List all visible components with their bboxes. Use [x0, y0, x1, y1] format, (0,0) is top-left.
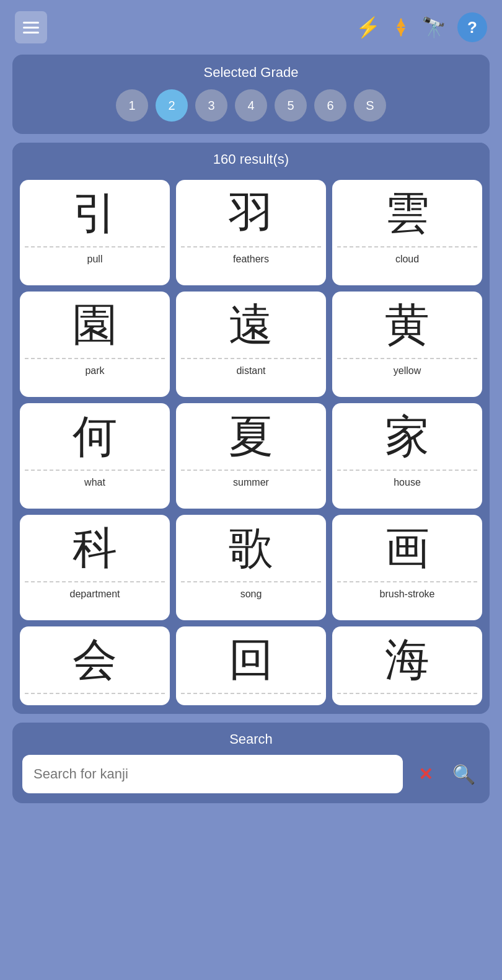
card-divider	[181, 693, 321, 694]
card-divider	[181, 581, 321, 582]
kanji-card-pull[interactable]: 引 pull	[20, 180, 170, 285]
kanji-char: 会	[73, 635, 117, 684]
kanji-meaning: distant	[236, 363, 265, 376]
card-divider	[25, 358, 165, 359]
grade-section: Selected Grade 1 2 3 4 5 6 S	[12, 55, 490, 134]
card-divider	[25, 470, 165, 471]
kanji-char: 家	[385, 412, 429, 461]
kanji-char: 科	[73, 523, 117, 572]
kanji-card-department[interactable]: 科 department	[20, 515, 170, 620]
card-divider	[337, 693, 477, 694]
search-input[interactable]	[22, 755, 403, 793]
kanji-char: 引	[73, 189, 117, 238]
card-divider	[337, 581, 477, 582]
kanji-card-house[interactable]: 家 house	[332, 403, 482, 509]
kanji-char: 歌	[229, 523, 273, 572]
kanji-char: 遠	[229, 300, 273, 349]
kanji-card-park[interactable]: 園 park	[20, 292, 170, 397]
card-divider	[181, 358, 321, 359]
bolt-icon: ⚡	[356, 16, 381, 39]
kanji-char: 回	[229, 635, 273, 684]
grade-button-1[interactable]: 1	[116, 89, 148, 122]
card-divider	[181, 470, 321, 471]
kanji-meaning: park	[85, 363, 104, 376]
kanji-card-sea[interactable]: 海	[332, 626, 482, 705]
kanji-card-song[interactable]: 歌 song	[176, 515, 326, 620]
kanji-char: 黄	[385, 300, 429, 349]
search-icon: 🔍	[452, 764, 475, 785]
results-count: 160 result(s)	[12, 143, 490, 176]
kanji-card-what[interactable]: 何 what	[20, 403, 170, 509]
results-section: 160 result(s) 引 pull 羽 feathers 雲 cloud …	[12, 143, 490, 714]
search-clear-button[interactable]: ✕	[409, 758, 441, 790]
card-divider	[337, 470, 477, 471]
kanji-card-feathers[interactable]: 羽 feathers	[176, 180, 326, 285]
kanji-card-rotation[interactable]: 回	[176, 626, 326, 705]
grade-button-4[interactable]: 4	[235, 89, 267, 122]
grade-title: Selected Grade	[25, 65, 477, 81]
kanji-char: 画	[385, 523, 429, 572]
card-divider	[25, 246, 165, 247]
kanji-card-yellow[interactable]: 黄 yellow	[332, 292, 482, 397]
kanji-meaning: yellow	[394, 363, 421, 376]
bolt-button[interactable]: ⚡	[356, 16, 381, 39]
sort-icon	[392, 17, 410, 38]
kanji-char: 夏	[229, 412, 273, 461]
kanji-meaning: summer	[233, 474, 269, 488]
grade-buttons: 1 2 3 4 5 6 S	[25, 89, 477, 122]
card-divider	[25, 581, 165, 582]
kanji-meaning: song	[240, 586, 262, 600]
search-section: Search ✕ 🔍	[12, 723, 490, 803]
kanji-card-cloud[interactable]: 雲 cloud	[332, 180, 482, 285]
kanji-meaning: feathers	[233, 251, 269, 265]
search-title: Search	[22, 731, 480, 747]
grade-button-5[interactable]: 5	[275, 89, 307, 122]
svg-marker-3	[397, 19, 405, 27]
kanji-meaning: cloud	[395, 251, 419, 265]
kanji-grid: 引 pull 羽 feathers 雲 cloud 園 park 遠 dista…	[12, 180, 490, 705]
app-header: ⚡ 🔭 ?	[0, 0, 502, 55]
search-row: ✕ 🔍	[22, 755, 480, 793]
card-divider	[337, 358, 477, 359]
grade-button-2[interactable]: 2	[156, 89, 188, 122]
kanji-meaning: pull	[87, 251, 103, 265]
grade-button-s[interactable]: S	[354, 89, 386, 122]
kanji-card-summer[interactable]: 夏 summer	[176, 403, 326, 509]
sort-button[interactable]	[392, 17, 410, 38]
kanji-char: 雲	[385, 189, 429, 238]
card-divider	[337, 246, 477, 247]
kanji-card-brushstroke[interactable]: 画 brush-stroke	[332, 515, 482, 620]
kanji-char: 羽	[229, 189, 273, 238]
binoculars-button[interactable]: 🔭	[421, 16, 446, 39]
card-divider	[181, 246, 321, 247]
kanji-char: 園	[73, 300, 117, 349]
kanji-char: 海	[385, 635, 429, 684]
grade-button-6[interactable]: 6	[314, 89, 346, 122]
search-go-button[interactable]: 🔍	[447, 758, 480, 790]
menu-button[interactable]	[15, 11, 47, 43]
binoculars-icon: 🔭	[421, 16, 446, 39]
help-button[interactable]: ?	[457, 12, 487, 42]
clear-icon: ✕	[418, 764, 433, 785]
kanji-meaning: department	[70, 586, 120, 600]
kanji-char: 何	[73, 412, 117, 461]
kanji-card-meet[interactable]: 会	[20, 626, 170, 705]
grade-button-3[interactable]: 3	[195, 89, 227, 122]
kanji-meaning: what	[84, 474, 105, 488]
kanji-meaning: brush-stroke	[380, 586, 435, 600]
card-divider	[25, 693, 165, 694]
help-icon: ?	[467, 18, 477, 37]
kanji-card-distant[interactable]: 遠 distant	[176, 292, 326, 397]
kanji-meaning: house	[394, 474, 421, 488]
